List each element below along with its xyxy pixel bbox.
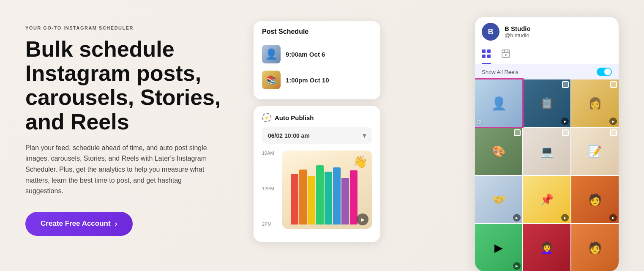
ig-avatar: B [482,23,499,41]
tagline: YOUR GO-TO INSTAGRAM SCHEDULER [25,25,228,30]
svg-rect-3 [487,55,491,58]
schedule-time-1: 9:00am Oct 6 [286,51,325,58]
svg-rect-2 [482,55,486,58]
grid-item-9[interactable]: 🧑 ▶ [571,176,619,223]
select-check-5 [562,129,569,136]
video-icon-10: ▶ [513,262,521,270]
grid-item-11[interactable]: 👩‍🦱 [523,224,570,271]
create-account-button[interactable]: Create Free Account › [25,212,133,236]
schedule-thumb-2: 📚 [262,71,281,89]
calendar-area: 10AM 12PM 2PM 👋 [262,151,372,235]
ig-display-name: B Studio [505,25,531,32]
right-column: B B Studio @b.studio [406,17,619,271]
play-button-overlay [357,214,368,225]
tab-reels[interactable] [501,46,510,64]
ig-handle: @b.studio [505,32,531,38]
video-icon-8: ▶ [561,214,569,222]
instagram-phone: B B Studio @b.studio [475,17,619,271]
svg-rect-7 [507,50,508,52]
ig-show-reels-label: Show All Reels [482,69,518,75]
grid-item-1[interactable]: 👤 ⊕ [475,79,522,127]
time-label-2pm: 2PM [262,222,281,227]
grid-item-5[interactable]: 💻 [523,128,570,175]
svg-rect-1 [487,49,491,53]
books-visual: 👋 [282,151,372,229]
ig-show-reels-bar: Show All Reels [475,64,619,79]
toggle-show-reels[interactable] [597,68,612,76]
schedule-item-2: 📚 1:00pm Oct 10 [262,67,372,93]
svg-rect-0 [482,49,486,53]
schedule-item-1: 👤 9:00am Oct 6 [262,41,372,67]
grid-item-3[interactable]: 👩 ▶ [571,79,619,127]
headline: Bulk schedule Instagram posts, carousels… [25,37,228,134]
video-icon-9: ▶ [609,214,617,222]
auto-publish-header: ⚡ Auto Publish [262,113,372,122]
auto-publish-card: ⚡ Auto Publish 06/02 10:00 am ▾ 10AM 12P… [254,106,380,242]
grid-item-8[interactable]: 📌 ▶ [523,176,570,223]
select-check-4 [514,129,521,136]
left-column: YOUR GO-TO INSTAGRAM SCHEDULER Bulk sche… [25,17,228,236]
calendar-content: 👋 [282,151,372,235]
video-icon-3: ▶ [609,118,617,125]
ig-username-wrap: B Studio @b.studio [505,25,531,38]
datetime-selector[interactable]: 06/02 10:00 am ▾ [262,127,372,144]
select-check-3 [610,81,617,88]
time-labels: 10AM 12PM 2PM [262,151,281,235]
datetime-value: 06/02 10:00 am [268,132,310,139]
grid-item-12[interactable]: 🧑 [571,224,619,271]
cta-arrow: › [115,219,117,228]
video-icon-7: ▶ [513,214,521,222]
ig-header: B B Studio @b.studio [475,17,619,46]
ig-tabs [475,46,619,64]
ig-grid: 👤 ⊕ 📋 ▶ 👩 ▶ [475,79,619,271]
center-column: Post Schedule 👤 9:00am Oct 6 📚 1:00pm Oc… [254,17,380,242]
dropdown-arrow-icon: ▾ [363,131,366,140]
post-schedule-title: Post Schedule [262,28,372,36]
grid-item-2[interactable]: 📋 ▶ [523,79,570,127]
grid-item-4[interactable]: 🎨 [475,128,522,175]
auto-publish-title: Auto Publish [275,114,314,121]
schedule-thumb-1: 👤 [262,45,281,63]
video-icon-2: ▶ [561,118,569,125]
svg-rect-5 [502,52,510,53]
auto-publish-icon: ⚡ [262,113,271,122]
move-icon: ⊕ [477,118,482,125]
svg-rect-4 [502,50,510,57]
page-wrapper: YOUR GO-TO INSTAGRAM SCHEDULER Bulk sche… [0,0,644,271]
schedule-time-2: 1:00pm Oct 10 [286,77,329,84]
books-fan [291,165,357,224]
tab-grid[interactable] [482,46,491,64]
time-label-12pm: 12PM [262,186,281,191]
grid-item-6[interactable]: 📝 [571,128,619,175]
post-schedule-card: Post Schedule 👤 9:00am Oct 6 📚 1:00pm Oc… [254,21,380,99]
svg-rect-6 [504,50,505,52]
svg-marker-8 [505,54,508,56]
grid-item-7[interactable]: 🤝 ▶ [475,176,522,223]
cta-label: Create Free Account [41,219,111,228]
select-check-2 [562,81,569,88]
select-check-6 [610,129,617,136]
grid-item-10[interactable]: ▶ ▶ [475,224,522,271]
description: Plan your feed, schedule ahead of time, … [25,142,211,197]
time-label-10am: 10AM [262,151,281,156]
